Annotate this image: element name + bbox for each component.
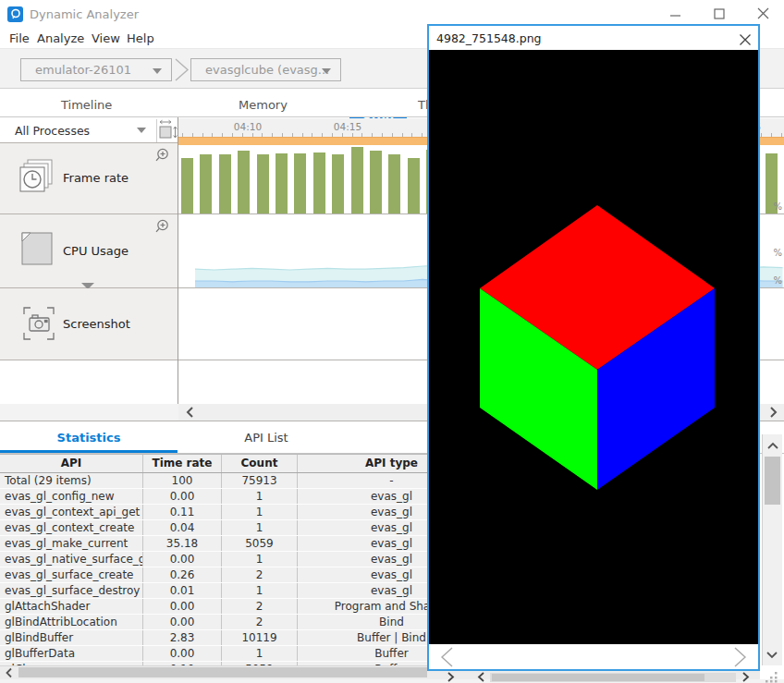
table-cell: 35.18 [143,536,222,551]
table-cell: 0.11 [143,505,222,519]
table-cell: glBindAttribLocation [0,615,143,629]
cpu-usage-icon [18,229,55,268]
scroll-up-icon[interactable] [765,438,781,455]
scroll-down-icon[interactable] [764,647,780,664]
table-header-cell[interactable]: Time rate [143,455,222,472]
device-combobox[interactable]: emulator-26101 [20,58,172,81]
table-cell: 1 [222,505,298,519]
framerate-bar [238,151,250,214]
app-logo-icon [7,6,23,22]
maximize-button[interactable] [705,5,733,23]
process-filter-combobox[interactable]: All Processes [15,124,90,138]
popup-nav [429,644,758,669]
row-cpu-usage[interactable]: CPU Usage [0,214,178,288]
framerate-bar [219,154,231,214]
row-screenshot[interactable]: Screenshot [0,288,178,360]
table-cell: 1 [222,520,298,535]
scroll-right-icon[interactable] [444,671,457,683]
scroll-right-icon[interactable] [739,671,752,683]
row-label: Screenshot [63,317,130,331]
scroll-left-icon[interactable] [475,671,488,683]
table-cell: 0.00 [143,646,222,661]
table-header-cell[interactable]: API [0,455,143,472]
menu-item-help[interactable]: Help [123,30,158,46]
table-cell: 1 [222,583,298,598]
table-cell: 2 [222,615,298,629]
table-cell: glBindBuffer [0,630,143,645]
minimize-button[interactable] [661,5,689,23]
frame-rate-icon [17,157,55,198]
table-cell: 0.00 [143,489,222,504]
table-cell: Total (29 items) [0,473,143,488]
framerate-bar [313,152,325,214]
table-hscroll-thumb[interactable] [18,667,427,677]
app-combobox-value: evasglcube (evasg... [205,63,329,77]
table-cell: 2 [222,599,298,614]
resize-grip-icon[interactable] [765,671,779,683]
cube-image [429,50,758,644]
table-cell: 5059 [222,536,298,551]
table-cell: 2.83 [143,630,222,645]
zoom-in-button[interactable] [153,147,170,164]
screenshot-image [429,50,758,644]
tab-api-list[interactable]: API List [178,431,355,445]
table-cell: glAttachShader [0,599,143,614]
process-filter-row: All Processes [0,118,178,143]
table-cell: 0.00 [143,615,222,629]
menu-item-analyze[interactable]: Analyze [33,30,88,46]
table-cell: evas_gl_config_new [0,489,143,504]
chevron-down-icon [322,68,331,74]
framerate-bar [276,153,288,214]
framerate-bar [408,158,420,214]
framerate-bar [370,151,382,214]
scroll-left-icon[interactable] [182,404,199,421]
table-cell: evas_gl_context_create [0,520,143,535]
menu-item-file[interactable]: File [6,30,33,46]
chevron-down-icon [153,68,162,74]
framerate-bar [257,154,269,214]
table-cell: 100 [143,473,222,488]
next-image-button[interactable] [729,646,751,668]
menu-item-view[interactable]: View [88,30,124,46]
tab-memory[interactable]: Memory [239,98,288,112]
table-cell: 0.26 [143,567,222,582]
device-combobox-value: emulator-26101 [35,63,131,77]
screenshot-icon [20,304,57,343]
screenshot-popup: 4982_751548.png [427,24,760,671]
framerate-bar [181,158,193,214]
framerate-bar [351,147,363,214]
table-cell: 0.00 [143,552,222,567]
table-cell: 1 [222,646,298,661]
table-vscroll-thumb[interactable] [765,457,780,505]
table-cell: 0.00 [143,599,222,614]
row-label: CPU Usage [63,244,129,258]
ruler-label: 04:15 [329,121,366,132]
window-title: Dynamic Analyzer [30,7,139,21]
app-combobox[interactable]: evasglcube (evasg... [190,58,341,81]
zoom-slider-row: − + [0,404,178,421]
row-frame-rate[interactable]: Frame rate [0,143,178,214]
table-cell: 10119 [222,630,298,645]
table-cell: evas_gl_make_current [0,536,143,551]
framerate-bar [200,154,212,214]
table-cell: glBufferData [0,646,143,661]
row-label: Frame rate [63,171,129,185]
active-tab-underline [0,450,178,453]
tab-statistics[interactable]: Statistics [0,431,178,445]
table-cell: 0.01 [143,583,222,598]
previous-image-button[interactable] [436,646,459,668]
table-cell: evas_gl_native_surface_g [0,552,143,567]
close-button[interactable] [749,5,777,23]
fit-to-window-button[interactable] [156,119,178,142]
scrollbar-thumb[interactable] [492,674,704,681]
table-cell: 0.04 [143,520,222,535]
scroll-right-icon[interactable] [765,404,781,421]
table-header-cell[interactable]: Count [222,455,298,472]
tab-timeline[interactable]: Timeline [61,98,112,112]
table-cell: 75913 [222,473,298,488]
zoom-in-button[interactable] [153,218,170,235]
table-cell: evas_gl_surface_destroy [0,583,143,598]
framerate-bar [294,153,306,214]
popup-close-icon[interactable] [738,32,753,47]
table-cell: 2 [222,567,298,582]
